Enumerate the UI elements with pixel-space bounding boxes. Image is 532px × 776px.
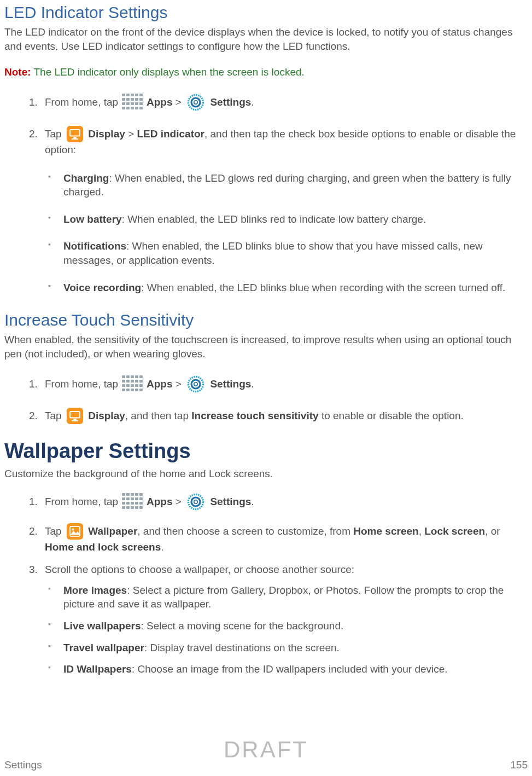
settings-icon: [185, 375, 207, 393]
option-label: Charging: [63, 172, 109, 184]
paragraph: The LED indicator on the front of the de…: [4, 25, 528, 53]
settings-label: Settings: [207, 96, 251, 108]
list-item: Charging: When enabled, the LED glows re…: [45, 171, 528, 199]
list-item: ID Wallpapers: Choose an image from the …: [45, 662, 528, 676]
display-label: Display: [85, 128, 125, 140]
wallpaper-icon: [66, 523, 84, 540]
text: .: [251, 378, 254, 390]
apps-label: Apps: [144, 96, 172, 108]
option-desc: : When enabled, the LED blinks red to in…: [122, 213, 426, 225]
text: >: [172, 96, 184, 108]
paragraph: When enabled, the sensitivity of the tou…: [4, 333, 528, 361]
list-item: Scroll the options to choose a wallpaper…: [40, 563, 528, 676]
footer-page-number: 155: [510, 758, 528, 773]
settings-label: Settings: [207, 378, 251, 390]
text: Tap: [45, 128, 65, 140]
paragraph: Customize the background of the home and…: [4, 467, 528, 481]
list-item: Travel wallpaper: Display travel destina…: [45, 641, 528, 655]
ordered-list: From home, tap Apps > Settings. Tap Disp…: [30, 375, 528, 425]
home-screen-label: Home screen: [353, 525, 418, 537]
text: , and then tap: [125, 410, 192, 421]
option-label: Voice recording: [63, 282, 141, 293]
text: Tap: [45, 410, 65, 421]
text: .: [251, 96, 254, 108]
home-and-lock-label: Home and lock screens: [45, 541, 161, 553]
option-desc: : Select a picture from Gallery, Dropbox…: [63, 584, 504, 610]
display-icon: [66, 407, 84, 425]
list-item: Tap Display, and then tap Increase touch…: [40, 407, 528, 425]
list-item: From home, tap Apps > Settings.: [40, 94, 528, 111]
list-item: Tap Wallpaper, and then choose a screen …: [40, 523, 528, 554]
text: , or: [485, 525, 500, 537]
apps-icon: [122, 493, 143, 509]
apps-label: Apps: [144, 378, 172, 390]
ordered-list: From home, tap Apps > Settings. Tap Wall…: [30, 493, 528, 676]
list-item: Low battery: When enabled, the LED blink…: [45, 212, 528, 227]
text: Scroll the options to choose a wallpaper…: [45, 564, 354, 575]
note: Note: The LED indicator only displays wh…: [4, 65, 528, 79]
text: to enable or disable the option.: [319, 410, 464, 421]
wallpaper-label: Wallpaper: [85, 525, 137, 537]
ordered-list: From home, tap Apps > Settings. Tap Disp…: [30, 94, 528, 294]
unordered-list: More images: Select a picture from Galle…: [45, 583, 528, 676]
text: .: [251, 496, 254, 507]
list-item: Live wallpapers: Select a moving scene f…: [45, 619, 528, 633]
settings-icon: [185, 94, 207, 111]
text: From home, tap: [45, 496, 121, 507]
option-desc: : Display travel destinations on the scr…: [144, 642, 340, 653]
option-desc: : When enabled, the LED blinks blue when…: [141, 282, 505, 293]
list-item: Voice recording: When enabled, the LED b…: [45, 281, 528, 295]
text: .: [161, 541, 163, 553]
option-desc: : When enabled, the LED blinks blue to s…: [63, 240, 483, 266]
option-desc: : Select a moving scene for the backgrou…: [141, 620, 344, 632]
list-item: Notifications: When enabled, the LED bli…: [45, 239, 528, 267]
option-desc: : When enabled, the LED glows red during…: [63, 172, 511, 198]
option-label: Low battery: [63, 213, 122, 225]
heading-increase-touch-sensitivity: Increase Touch Sensitivity: [4, 309, 528, 332]
heading-led-indicator-settings: LED Indicator Settings: [4, 1, 528, 24]
option-desc: : Choose an image from the ID wallpapers…: [132, 663, 448, 675]
list-item: From home, tap Apps > Settings.: [40, 493, 528, 511]
list-item: From home, tap Apps > Settings.: [40, 375, 528, 393]
note-label: Note:: [4, 66, 31, 78]
list-item: Tap Display > LED indicator, and then ta…: [40, 125, 528, 294]
display-icon: [66, 125, 84, 143]
text: From home, tap: [45, 96, 121, 108]
note-text: The LED indicator only displays when the…: [31, 66, 305, 78]
text: >: [125, 128, 137, 140]
apps-icon: [122, 375, 143, 392]
led-indicator-label: LED indicator: [137, 128, 204, 140]
apps-label: Apps: [144, 496, 172, 507]
heading-wallpaper-settings: Wallpaper Settings: [4, 437, 528, 466]
text: From home, tap: [45, 378, 121, 390]
text: ,: [419, 525, 425, 537]
apps-icon: [122, 94, 143, 110]
option-label: ID Wallpapers: [63, 663, 132, 675]
text: , and then choose a screen to customize,…: [137, 525, 353, 537]
option-label: Travel wallpaper: [63, 642, 144, 653]
settings-icon: [185, 493, 207, 511]
list-item: More images: Select a picture from Galle…: [45, 583, 528, 611]
footer-section-name: Settings: [4, 758, 42, 773]
watermark-draft: DRAFT: [0, 734, 532, 766]
unordered-list: Charging: When enabled, the LED glows re…: [45, 171, 528, 295]
text: >: [172, 496, 184, 507]
text: >: [172, 378, 184, 390]
option-label: More images: [63, 584, 127, 596]
increase-touch-label: Increase touch sensitivity: [191, 410, 318, 421]
display-label: Display: [85, 410, 125, 421]
option-label: Notifications: [63, 240, 126, 252]
settings-label: Settings: [207, 496, 251, 507]
lock-screen-label: Lock screen: [424, 525, 485, 537]
text: Tap: [45, 525, 65, 537]
option-label: Live wallpapers: [63, 620, 141, 632]
